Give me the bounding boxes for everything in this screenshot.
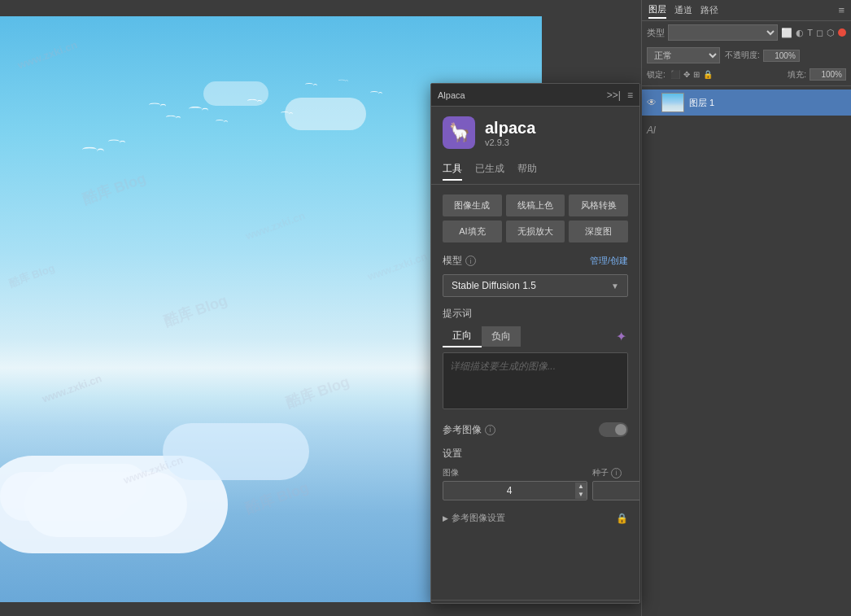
image-count-input[interactable]	[443, 482, 575, 500]
prompt-tab-positive[interactable]: 正向	[443, 325, 482, 347]
model-dropdown[interactable]: Stable Diffusion 1.5 ▼	[443, 274, 628, 297]
alpaca-version: v2.9.3	[485, 138, 535, 147]
alpaca-panel-title: Alpaca	[438, 90, 607, 100]
seed-info-icon[interactable]: i	[611, 468, 622, 478]
model-label: 模型 i	[443, 254, 476, 268]
tool-line-color[interactable]: 线稿上色	[506, 194, 565, 216]
opacity-value[interactable]: 100%	[763, 50, 800, 62]
panel-menu-icon[interactable]: ≡	[838, 4, 844, 16]
filter-icon-smart[interactable]: ⬡	[827, 28, 835, 38]
settings-image-field: 图像 ▲ ▼	[443, 467, 587, 500]
alpaca-titlebar: Alpaca >>| ≡	[431, 84, 639, 107]
filter-icon-img[interactable]: ⬜	[781, 28, 792, 38]
advanced-lock-icon: 🔒	[616, 513, 628, 524]
lock-icon-checkers[interactable]: ⬛	[670, 70, 680, 79]
nav-generated[interactable]: 已生成	[475, 162, 504, 181]
layer-thumbnail	[661, 93, 684, 112]
menu-icon[interactable]: ≡	[627, 90, 633, 101]
tab-paths[interactable]: 路径	[700, 2, 718, 18]
filter-label: 类型	[647, 27, 665, 39]
right-panel: 图层 通道 路径 ≡ 类型 ⬜ ◐ T ◻ ⬡ 正常 不透明度: 100%	[641, 0, 851, 616]
manage-link[interactable]: 管理/创建	[590, 255, 628, 267]
toggle-knob	[615, 424, 626, 435]
image-count-spinner: ▲ ▼	[575, 483, 587, 499]
alpaca-panel: Alpaca >>| ≡ 🦙 alpaca v2.9.3 工具 已生成 帮助 图…	[430, 83, 640, 604]
alpaca-logo: 🦙	[443, 116, 475, 149]
model-selected-value: Stable Diffusion 1.5	[452, 280, 536, 291]
ps-search-bar: 类型 ⬜ ◐ T ◻ ⬡	[642, 21, 851, 44]
ps-lock-icons: ⬛ ✥ ⊞ 🔒	[670, 70, 713, 79]
tool-style-transfer[interactable]: 风格转换	[569, 194, 628, 216]
alpaca-title-icons: >>| ≡	[607, 90, 633, 101]
prompt-label: 提示词	[443, 307, 628, 321]
advanced-chevron-icon: ▶	[443, 514, 448, 522]
ps-opacity-row: 不透明度: 100%	[725, 50, 800, 62]
alpaca-header: 🦙 alpaca v2.9.3	[431, 107, 639, 159]
layer-name[interactable]: 图层 1	[689, 97, 714, 109]
advanced-row-left: ▶ 参考图像设置	[443, 512, 505, 524]
ps-lock-row: 锁定: ⬛ ✥ ⊞ 🔒 填充: 100%	[642, 67, 851, 82]
alpaca-name-block: alpaca v2.9.3	[485, 119, 535, 147]
prompt-input[interactable]	[443, 352, 628, 409]
collapse-icon[interactable]: >>|	[607, 90, 621, 101]
image-count-up[interactable]: ▲	[575, 483, 587, 491]
settings-seed-field: 种子 i	[592, 467, 639, 500]
lock-icon-move[interactable]: ✥	[683, 70, 690, 79]
reference-toggle[interactable]	[599, 422, 628, 437]
reference-info-icon[interactable]: i	[485, 425, 495, 435]
dropdown-arrow-icon: ▼	[611, 282, 619, 291]
seed-label: 种子 i	[592, 467, 639, 478]
reference-label: 参考图像 i	[443, 423, 495, 437]
prompt-tab-negative[interactable]: 负向	[482, 326, 521, 347]
ps-fill-row: 填充: 100%	[788, 68, 846, 81]
alpaca-nav: 工具 已生成 帮助	[431, 159, 639, 185]
settings-label: 设置	[443, 447, 628, 461]
model-info-icon[interactable]: i	[465, 256, 476, 266]
alpaca-app-name: alpaca	[485, 119, 535, 138]
alpaca-footer: ⚠ 框选要生成的区域 生成	[431, 600, 639, 604]
ps-filter-icons: ⬜ ◐ T ◻ ⬡	[781, 28, 846, 38]
advanced-label: 参考图像设置	[452, 512, 505, 524]
alpaca-content: 图像生成 线稿上色 风格转换 AI填充 无损放大 深度图 模型 i 管理/创建 …	[431, 185, 639, 600]
layer-item[interactable]: 👁 图层 1	[642, 90, 851, 116]
ai-hint: Al	[642, 116, 851, 143]
tool-ai-fill[interactable]: AI填充	[443, 221, 502, 242]
opacity-label: 不透明度:	[725, 50, 760, 61]
tool-upscale[interactable]: 无损放大	[506, 221, 565, 242]
tool-depth[interactable]: 深度图	[569, 221, 628, 242]
seed-input-wrapper	[592, 481, 639, 500]
tab-channels[interactable]: 通道	[674, 2, 692, 18]
image-count-input-wrapper: ▲ ▼	[443, 481, 587, 500]
lock-icon-all[interactable]: 🔒	[703, 70, 713, 79]
alpaca-logo-emoji: 🦙	[448, 122, 470, 143]
image-count-down[interactable]: ▼	[575, 491, 587, 499]
nav-tools[interactable]: 工具	[443, 162, 462, 181]
settings-grid: 图像 ▲ ▼ 种子 i	[443, 467, 628, 500]
type-filter-select[interactable]	[668, 24, 778, 41]
magic-prompt-btn[interactable]: ✦	[614, 327, 628, 346]
ps-blend-row: 正常 不透明度: 100%	[642, 44, 851, 67]
blend-mode-select[interactable]: 正常	[647, 47, 720, 63]
filter-icon-text[interactable]: T	[807, 28, 813, 37]
filter-icon-shape[interactable]: ◻	[816, 28, 823, 38]
prompt-tabs: 正向 负向 ✦	[443, 325, 628, 347]
fill-label: 填充:	[788, 69, 806, 81]
layer-visibility-icon[interactable]: 👁	[647, 97, 657, 108]
tab-layers[interactable]: 图层	[648, 2, 666, 19]
ps-panel-header: 图层 通道 路径 ≡	[642, 0, 851, 21]
model-section-header: 模型 i 管理/创建	[443, 254, 628, 268]
filter-icon-color[interactable]	[838, 28, 846, 37]
lock-icon-artboard[interactable]: ⊞	[693, 70, 700, 79]
reference-image-row: 参考图像 i	[443, 422, 628, 437]
nav-help[interactable]: 帮助	[517, 162, 537, 181]
fill-value[interactable]: 100%	[810, 68, 846, 81]
tool-image-gen[interactable]: 图像生成	[443, 194, 502, 216]
lock-label: 锁定:	[647, 69, 666, 81]
ps-panel-icons: ≡	[838, 4, 844, 16]
seed-input[interactable]	[593, 482, 639, 500]
tool-grid: 图像生成 线稿上色 风格转换 AI填充 无损放大 深度图	[443, 194, 628, 242]
image-count-label: 图像	[443, 467, 587, 478]
advanced-row[interactable]: ▶ 参考图像设置 🔒	[443, 507, 628, 529]
filter-icon-adj[interactable]: ◐	[796, 28, 804, 38]
